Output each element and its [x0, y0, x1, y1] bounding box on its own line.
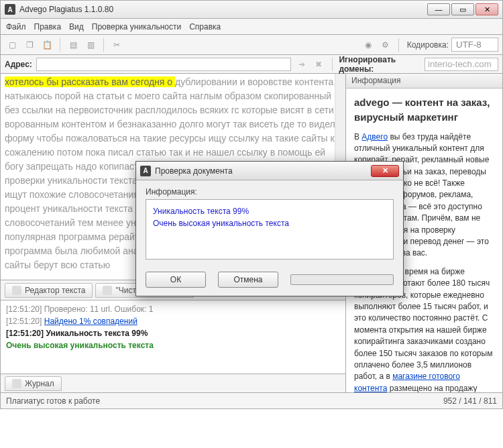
copy-icon[interactable]: ❐ [22, 38, 37, 52]
doc2-icon[interactable]: ▥ [83, 38, 98, 52]
ok-button[interactable]: ОК [146, 272, 206, 288]
separator [60, 38, 60, 52]
cancel-icon[interactable]: ✖ [312, 57, 325, 72]
minimize-button[interactable]: — [427, 3, 450, 15]
menu-view[interactable]: Вид [69, 22, 84, 32]
dialog-titlebar: A Проверка документа ✕ [136, 162, 403, 180]
journal-icon [12, 379, 21, 388]
paste-icon[interactable]: 📋 [40, 38, 54, 52]
menu-edit[interactable]: Правка [34, 22, 62, 32]
dialog-line-quality: Очень высокая уникальность текста [153, 217, 386, 229]
encoding-label: Кодировка: [407, 40, 449, 50]
doc-icon [12, 286, 21, 295]
tab-editor[interactable]: Редактор текста [5, 283, 93, 298]
app-icon: A [5, 4, 15, 15]
tab-journal-label: Журнал [25, 379, 54, 388]
link-advego[interactable]: Адвего [361, 132, 388, 142]
address-bar: Адрес: ➔ ✖ Игнорировать домены: [0, 55, 503, 74]
maximize-button[interactable]: ▭ [451, 3, 474, 15]
status-bar: Плагиатус готов к работе 952 / 141 / 811 [0, 393, 503, 409]
dialog-close-button[interactable]: ✕ [371, 165, 399, 177]
close-button[interactable]: ✕ [476, 3, 498, 15]
window-titlebar: A Advego Plagiatus 1.1.0.80 — ▭ ✕ [0, 0, 503, 19]
progress-bar [290, 274, 394, 285]
info-title: advego — контент на заказ, вирусный марк… [354, 95, 494, 125]
menu-check[interactable]: Проверка уникальности [92, 22, 181, 32]
cancel-button[interactable]: Отмена [218, 272, 278, 288]
separator [332, 58, 333, 71]
status-counts: 952 / 141 / 811 [443, 396, 497, 406]
dialog-group-label: Информация: [146, 187, 394, 197]
globe-icon[interactable]: ◉ [361, 38, 376, 52]
log-time: [12:51:20] [6, 317, 42, 326]
ignore-domains-label: Игнорировать домены: [339, 55, 421, 74]
doc-icon [103, 286, 112, 295]
log-time: [12:51:20] [6, 304, 42, 314]
status-text: Плагиатус готов к работе [6, 396, 100, 406]
separator [103, 38, 104, 52]
log-time: [12:51:20] [6, 329, 44, 338]
log-uniqueness: Уникальность текста 99% [46, 329, 148, 338]
gear-icon[interactable]: ⚙ [378, 38, 393, 52]
log-quality: Очень высокая уникальность текста [6, 339, 340, 351]
new-icon[interactable]: ▢ [5, 38, 19, 52]
doc-icon[interactable]: ▤ [66, 38, 80, 52]
info-text: В [354, 132, 361, 142]
info-panel-header: Информация [346, 74, 502, 89]
menubar: Файл Правка Вид Проверка уникальности Сп… [0, 19, 503, 35]
menu-help[interactable]: Справка [189, 22, 221, 32]
address-label: Адрес: [5, 60, 32, 69]
highlighted-text: хотелось бы рассказать вам сегодня о [5, 76, 175, 87]
menu-file[interactable]: Файл [6, 22, 26, 32]
dialog-info-box: Уникальность текста 99% Очень высокая ун… [146, 199, 394, 260]
dialog-body: Информация: Уникальность текста 99% Очен… [136, 180, 403, 266]
window-title: Advego Plagiatus 1.1.0.80 [19, 5, 427, 14]
check-dialog: A Проверка документа ✕ Информация: Уника… [135, 161, 404, 296]
ignore-domains-input[interactable] [425, 58, 498, 71]
dialog-line-uniqueness: Уникальность текста 99% [153, 205, 386, 217]
app-icon: A [140, 166, 151, 176]
dialog-title: Проверка документа [155, 166, 371, 176]
address-input[interactable] [36, 58, 291, 71]
log-link-matches[interactable]: Найдено 1% совпадений [44, 317, 137, 326]
toolbar: ▢ ❐ 📋 ▤ ▥ ✂ ◉ ⚙ Кодировка: [0, 35, 503, 55]
log-panel: [12:51:20] Проверено: 11 url. Ошибок: 1 … [1, 300, 345, 374]
go-icon[interactable]: ➔ [295, 57, 308, 72]
log-tabs: Журнал [1, 374, 345, 392]
log-text: Проверено: 11 url. Ошибок: 1 [44, 304, 154, 314]
encoding-select[interactable] [451, 38, 498, 52]
tab-journal[interactable]: Журнал [5, 376, 62, 391]
dialog-buttons: ОК Отмена [136, 266, 403, 296]
tab-editor-label: Редактор текста [25, 286, 85, 295]
cut-icon[interactable]: ✂ [109, 38, 124, 52]
separator [398, 38, 399, 52]
